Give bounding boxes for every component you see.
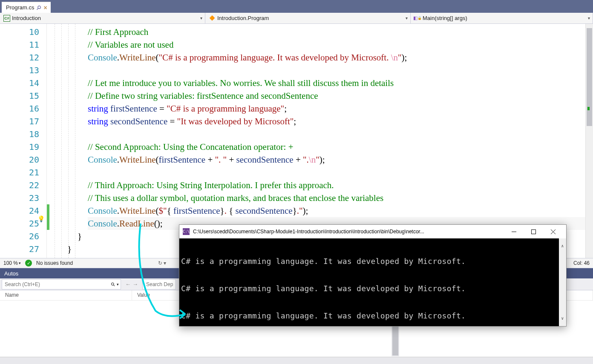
- column-header-name[interactable]: Name: [0, 290, 132, 300]
- check-icon: ✓: [25, 260, 32, 267]
- code-comment: // Variables are not used: [88, 40, 173, 50]
- project-dropdown[interactable]: C# Introduction ▾: [0, 13, 205, 23]
- lightbulb-icon[interactable]: 💡: [37, 215, 45, 222]
- code-comment: // Let me introduce you to variables. No…: [88, 78, 394, 88]
- search-placeholder: Search (Ctrl+E): [5, 281, 40, 287]
- line-number: 13: [0, 64, 39, 77]
- line-number: 19: [0, 140, 39, 153]
- close-icon[interactable]: ×: [43, 4, 47, 11]
- line-number: 12: [0, 51, 39, 64]
- csharp-icon: C#: [3, 15, 10, 22]
- line-number-gutter: 10 11 12 13 14 15 16 17 18 19 20 21 22 2…: [0, 24, 47, 258]
- chevron-down-icon: ▾: [406, 16, 408, 20]
- zoom-dropdown[interactable]: 100 % ▾: [3, 260, 21, 266]
- issues-label: No issues found: [36, 260, 73, 266]
- console-line: C# is a programming language. It was dev…: [181, 257, 466, 266]
- line-number: 16: [0, 102, 39, 115]
- code-comment: // Third Approach: Using String Interpol…: [88, 180, 334, 190]
- console-line: C# is a programming language. It was dev…: [181, 284, 466, 293]
- method-icon: ◧🔒: [414, 15, 421, 22]
- minimize-button[interactable]: [504, 225, 524, 238]
- scroll-down-icon[interactable]: ∨: [561, 312, 564, 325]
- chevron-down-icon: ▾: [200, 16, 202, 20]
- refresh-icon[interactable]: ↻ ▾: [158, 260, 166, 266]
- chevron-down-icon[interactable]: ▾: [117, 282, 119, 287]
- line-number: 23: [0, 192, 39, 204]
- class-dropdown[interactable]: 🔶 Introduction.Program ▾: [205, 13, 411, 23]
- panel-vertical-scrollbar[interactable]: [391, 326, 399, 356]
- line-number: 17: [0, 115, 39, 128]
- file-tab-label: Program.cs: [6, 4, 34, 11]
- console-window[interactable]: C:\ C:\Users\scedd\Documents\CSharp-Modu…: [179, 224, 567, 327]
- horizontal-scrollbar[interactable]: [0, 357, 593, 364]
- depth-placeholder: Search Dep: [146, 281, 173, 287]
- method-dropdown[interactable]: ◧🔒 Main(string[] args) ▾: [411, 13, 593, 23]
- class-dropdown-label: Introduction.Program: [217, 15, 269, 21]
- file-tab-bar: Program.cs ⚲ ×: [0, 0, 593, 13]
- editor-vertical-scrollbar[interactable]: [585, 24, 593, 258]
- back-arrow-icon[interactable]: ←: [125, 281, 131, 287]
- method-dropdown-label: Main(string[] args): [423, 15, 467, 21]
- search-depth-input[interactable]: Search Dep: [142, 279, 176, 289]
- autos-panel-title: Autos: [4, 270, 18, 277]
- line-number: 27: [0, 243, 39, 255]
- console-title-bar[interactable]: C:\ C:\Users\scedd\Documents\CSharp-Modu…: [179, 225, 566, 238]
- maximize-button[interactable]: [524, 225, 543, 238]
- scrollbar-thumb[interactable]: [587, 28, 592, 126]
- console-output[interactable]: C# is a programming language. It was dev…: [179, 238, 566, 326]
- line-number: 26: [0, 230, 39, 243]
- project-dropdown-label: Introduction: [12, 15, 41, 21]
- line-number: 10: [0, 26, 39, 38]
- code-comment: // Second Approach: Using the Concatenat…: [88, 142, 293, 152]
- scroll-up-icon[interactable]: ∧: [561, 239, 564, 253]
- close-button[interactable]: [543, 225, 563, 238]
- search-input[interactable]: Search (Ctrl+E) ⚲ ▾: [2, 279, 121, 289]
- code-editor[interactable]: 10 11 12 13 14 15 16 17 18 19 20 21 22 2…: [0, 24, 593, 258]
- minimize-icon: [512, 229, 516, 234]
- search-icon[interactable]: ⚲: [109, 281, 116, 287]
- console-title-text: C:\Users\scedd\Documents\CSharp-Module1-…: [193, 229, 424, 235]
- pin-icon[interactable]: ⚲: [35, 3, 43, 11]
- forward-arrow-icon[interactable]: →: [132, 281, 138, 287]
- maximize-icon: [531, 229, 536, 234]
- console-scrollbar[interactable]: ∧ ∨: [559, 238, 566, 326]
- line-number: 18: [0, 128, 39, 140]
- console-line: C# is a programming language. It was dev…: [181, 311, 466, 320]
- code-comment: // Define two string variables: firstSen…: [88, 91, 318, 101]
- class-icon: 🔶: [209, 15, 216, 22]
- line-number: 25: [0, 217, 39, 230]
- code-comment: // First Approach: [88, 27, 148, 37]
- navigation-dropdown-row: C# Introduction ▾ 🔶 Introduction.Program…: [0, 13, 593, 24]
- code-comment: // This uses a dollar symbol, quotation …: [88, 193, 383, 203]
- line-number: 24: [0, 204, 39, 217]
- chevron-down-icon: ▾: [19, 261, 21, 265]
- file-tab-program-cs[interactable]: Program.cs ⚲ ×: [2, 2, 51, 13]
- chevron-down-icon: ▾: [588, 16, 590, 20]
- code-text-area[interactable]: // First Approach // Variables are not u…: [47, 24, 593, 258]
- column-label: Col: 46: [573, 260, 590, 266]
- line-number: 22: [0, 179, 39, 192]
- console-app-icon: C:\: [183, 228, 190, 235]
- svg-rect-1: [531, 229, 535, 234]
- scrollbar-change-marker: [587, 107, 590, 110]
- zoom-label: 100 %: [3, 260, 18, 266]
- line-number: 20: [0, 153, 39, 166]
- close-icon: [551, 229, 556, 234]
- line-number: 11: [0, 38, 39, 51]
- line-number: 15: [0, 89, 39, 102]
- line-number: 14: [0, 77, 39, 89]
- line-number: 21: [0, 166, 39, 179]
